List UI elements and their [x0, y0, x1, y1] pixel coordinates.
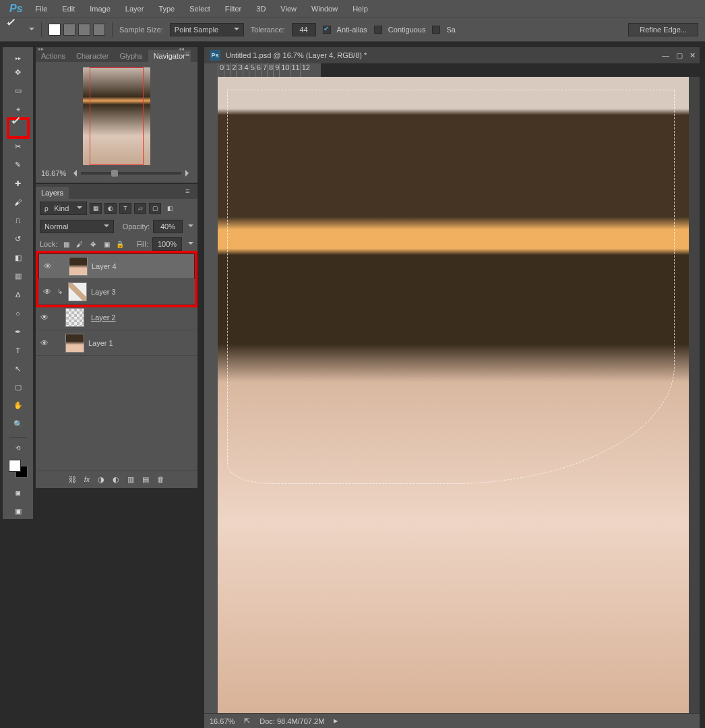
tool-indicator-wand-icon[interactable]: [7, 23, 20, 36]
tab-character[interactable]: Character: [71, 50, 114, 62]
add-mask-icon[interactable]: ◑: [98, 475, 104, 484]
new-group-icon[interactable]: ▥: [127, 475, 134, 484]
fill-value[interactable]: 100%: [152, 237, 182, 251]
panel-menu-icon[interactable]: [185, 50, 195, 58]
filter-adjust-icon[interactable]: ◐: [104, 203, 117, 214]
zoom-in-icon[interactable]: [185, 170, 192, 177]
delete-layer-icon[interactable]: 🗑: [157, 475, 164, 484]
contiguous-checkbox[interactable]: [374, 26, 382, 34]
status-export-icon[interactable]: ⇱: [244, 717, 250, 725]
layer-thumbnail[interactable]: [65, 308, 84, 327]
blend-mode-select[interactable]: Normal: [40, 220, 114, 233]
layer-name[interactable]: Layer 4: [92, 262, 191, 270]
menu-layer[interactable]: Layer: [119, 2, 150, 16]
status-doc-size[interactable]: Doc: 98.4M/707.2M: [259, 717, 324, 725]
sel-intersect-icon[interactable]: [93, 24, 105, 36]
layer-name[interactable]: Layer 3: [91, 288, 192, 296]
pen-tool[interactable]: ✒: [9, 324, 27, 339]
layers-panel-menu-icon[interactable]: [185, 187, 195, 195]
navigator-zoom-value[interactable]: 16.67%: [41, 169, 66, 177]
panel-collapse-icon[interactable]: ▸▸: [38, 46, 44, 52]
ruler-horizontal[interactable]: 0 1 2 3 4 5 6 7 8 9 10 11 12: [218, 63, 310, 77]
collapse-handle-icon[interactable]: ▸▸: [9, 55, 27, 62]
sel-new-icon[interactable]: [49, 24, 61, 36]
lock-artboard-icon[interactable]: ▣: [102, 239, 111, 249]
menu-help[interactable]: Help: [346, 2, 374, 16]
path-select-tool[interactable]: ↖: [9, 361, 27, 376]
window-maximize-icon[interactable]: ▢: [676, 51, 683, 60]
move-tool[interactable]: ✥: [9, 65, 27, 80]
layer-thumbnail[interactable]: [68, 282, 87, 301]
filter-type-icon[interactable]: T: [119, 203, 131, 214]
navigator-viewport-rect[interactable]: [90, 67, 144, 165]
layer-thumbnail[interactable]: [65, 334, 84, 353]
ruler-vertical[interactable]: [204, 77, 218, 713]
new-layer-icon[interactable]: ▤: [142, 475, 149, 484]
menu-edit[interactable]: Edit: [56, 2, 81, 16]
type-tool[interactable]: T: [9, 342, 27, 358]
refine-edge-button[interactable]: Refine Edge...: [628, 23, 698, 36]
screen-mode-icon[interactable]: ▣: [9, 504, 27, 519]
opacity-value[interactable]: 40%: [153, 220, 183, 233]
tool-preset-dropdown[interactable]: [27, 26, 34, 34]
menu-file[interactable]: File: [30, 2, 54, 16]
visibility-toggle-icon[interactable]: 👁: [41, 287, 53, 297]
visibility-toggle-icon[interactable]: 👁: [42, 262, 54, 271]
zoom-out-icon[interactable]: [70, 170, 77, 177]
filter-shape-icon[interactable]: ▱: [134, 203, 146, 214]
tab-navigator[interactable]: Navigator: [148, 50, 191, 62]
dodge-tool[interactable]: ○: [9, 305, 27, 321]
magic-wand-tool[interactable]: [9, 120, 27, 135]
swap-colors-icon[interactable]: ⟲: [9, 444, 27, 453]
sel-add-icon[interactable]: [63, 24, 75, 36]
canvas[interactable]: [218, 77, 689, 713]
add-adjustment-icon[interactable]: ◐: [113, 475, 119, 484]
brush-tool[interactable]: 🖌: [9, 194, 27, 210]
layer-row[interactable]: 👁 Layer 1: [36, 330, 197, 356]
tab-layers[interactable]: Layers: [36, 187, 69, 199]
navigator-zoom-slider[interactable]: [81, 172, 181, 175]
blur-tool[interactable]: ∆: [9, 286, 27, 302]
lasso-tool[interactable]: ⌖: [9, 102, 27, 117]
foreground-color[interactable]: [9, 460, 21, 472]
menu-type[interactable]: Type: [152, 2, 181, 16]
layer-thumbnail[interactable]: [69, 257, 88, 276]
layer-name[interactable]: Layer 1: [88, 339, 195, 347]
zoom-tool[interactable]: 🔍: [9, 417, 27, 432]
eraser-tool[interactable]: ◧: [9, 249, 27, 265]
lock-all-icon[interactable]: 🔒: [115, 239, 125, 249]
color-swatches[interactable]: [9, 460, 28, 478]
opacity-dropdown[interactable]: [186, 222, 193, 231]
crop-tool[interactable]: ✂: [9, 139, 27, 154]
tab-glyphs[interactable]: Glyphs: [114, 50, 148, 62]
lock-transparent-icon[interactable]: ▦: [61, 239, 71, 249]
marquee-tool[interactable]: ▭: [9, 83, 27, 98]
filter-smart-icon[interactable]: ▢: [149, 203, 161, 214]
layer-name[interactable]: Layer 2: [91, 313, 195, 322]
eyedropper-tool[interactable]: ✎: [9, 157, 27, 173]
lock-pixels-icon[interactable]: 🖌: [75, 239, 84, 249]
filter-pixel-icon[interactable]: ▦: [90, 203, 102, 214]
vertical-scrollbar[interactable]: [689, 77, 700, 713]
layer-row[interactable]: 👁 ↳ Layer 3: [38, 279, 195, 305]
sample-size-select[interactable]: Point Sample: [170, 23, 244, 36]
quick-mask-icon[interactable]: ◙: [9, 485, 27, 500]
sel-subtract-icon[interactable]: [78, 24, 90, 36]
window-minimize-icon[interactable]: —: [662, 51, 669, 60]
layer-row[interactable]: 👁 Layer 2: [36, 305, 197, 330]
document-titlebar[interactable]: Ps Untitled 1.psd @ 16.7% (Layer 4, RGB/…: [204, 47, 700, 63]
visibility-toggle-icon[interactable]: 👁: [38, 338, 51, 348]
shape-tool[interactable]: ▢: [9, 380, 27, 395]
menu-select[interactable]: Select: [183, 2, 216, 16]
navigator-thumbnail[interactable]: [83, 67, 150, 165]
status-zoom[interactable]: 16.67%: [210, 717, 235, 725]
fill-dropdown[interactable]: [186, 240, 193, 248]
healing-brush-tool[interactable]: ✚: [9, 176, 27, 191]
tolerance-input[interactable]: 44: [292, 23, 316, 36]
status-doc-dropdown[interactable]: ▶: [334, 718, 338, 724]
gradient-tool[interactable]: ▥: [9, 268, 27, 284]
menu-3d[interactable]: 3D: [250, 2, 272, 16]
window-close-icon[interactable]: ✕: [689, 51, 696, 60]
layer-row[interactable]: 👁 Layer 4: [38, 253, 195, 279]
layer-filter-kind[interactable]: ρ Kind: [40, 202, 87, 215]
